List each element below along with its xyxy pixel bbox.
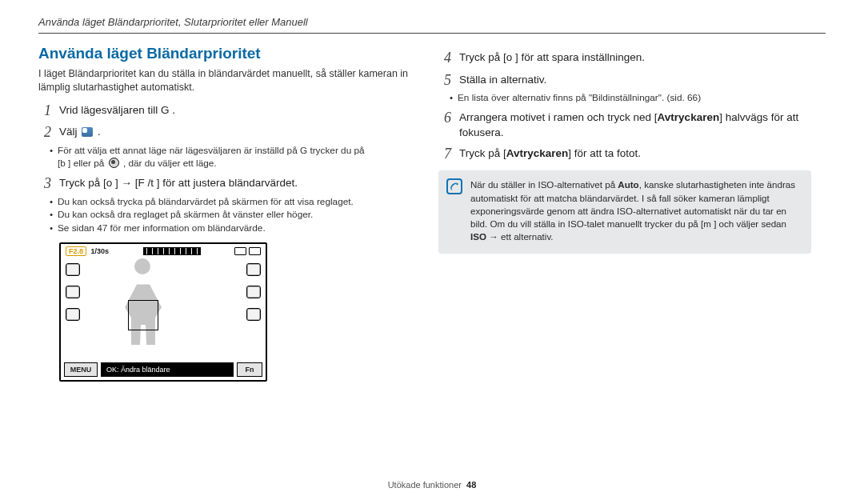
footer-label: Utökade funktioner <box>388 480 462 490</box>
bold-shutter: Avtryckaren <box>658 111 720 123</box>
running-header: Använda läget Bländarprioritet, Slutarpr… <box>38 16 826 34</box>
note-icon <box>446 178 462 194</box>
bold-shutter: Avtryckaren <box>506 147 569 159</box>
timer-icon <box>246 263 261 276</box>
camera-screenshot: F2.8 1/30s <box>59 242 267 382</box>
mode-small-icon <box>66 263 80 276</box>
macro-icon <box>246 286 261 298</box>
right-column: 4 Tryck på [o ] för att spara inställnin… <box>438 45 811 382</box>
sub-item: För att välja ett annat läge när lägesvä… <box>50 144 411 170</box>
t: Tryck på [ <box>459 147 506 159</box>
shutter-readout: 1/30s <box>91 247 110 255</box>
sub-item: Du kan också trycka på bländarvärdet på … <box>50 195 411 209</box>
sub-item: Se sidan 47 för mer information om bländ… <box>50 222 411 235</box>
battery-icon <box>249 247 261 255</box>
t: När du ställer in ISO-alternativet på <box>470 179 618 190</box>
t: ] för att ta fotot. <box>568 147 641 159</box>
step-text: Tryck på [o ] → [F /t ] för att justera … <box>59 175 411 193</box>
mode-icon <box>82 127 93 137</box>
note-text: När du ställer in ISO-alternativet på Au… <box>470 178 800 243</box>
step-number: 7 <box>438 146 451 163</box>
bold-auto: Auto <box>618 179 638 190</box>
step-4: 4 Tryck på [o ] för att spara inställnin… <box>438 50 811 67</box>
info-note: När du ställer in ISO-alternativet på Au… <box>438 170 811 253</box>
camera-small-icon <box>109 158 119 168</box>
step-number: 1 <box>38 102 51 120</box>
t: [b ] eller på <box>58 158 107 169</box>
fn-button[interactable]: Fn <box>237 362 262 377</box>
step-5-sublist: En lista över alternativ finns på "Bildi… <box>438 91 811 105</box>
exposure-meter-icon <box>143 247 201 255</box>
step2-suffix: . <box>98 126 101 138</box>
page-footer: Utökade funktioner 48 <box>0 480 864 490</box>
step-number: 5 <box>438 72 451 90</box>
aperture-readout: F2.8 <box>66 246 86 256</box>
step-2: 2 Välj . <box>38 124 411 142</box>
sd-card-icon <box>234 247 246 255</box>
flash-off-icon <box>66 286 80 298</box>
stabilizer-icon <box>246 308 261 321</box>
menu-button[interactable]: MENU <box>64 362 98 377</box>
intro-paragraph: I läget Bländarprioritet kan du ställa i… <box>38 67 411 94</box>
step-text: Vrid lägesväljaren till G . <box>59 102 411 120</box>
ok-strip: OK: Ändra bländare <box>101 362 234 377</box>
autofocus-frame <box>128 300 158 330</box>
step-number: 2 <box>38 124 51 142</box>
step-1: 1 Vrid lägesväljaren till G . <box>38 102 411 120</box>
sub-item: En lista över alternativ finns på "Bildi… <box>450 91 811 105</box>
page-number: 48 <box>466 480 476 490</box>
grid-off-icon <box>66 308 80 321</box>
t: Arrangera motivet i ramen och tryck ned … <box>459 111 658 123</box>
step-number: 6 <box>438 110 451 141</box>
step-5: 5 Ställa in alternativ. <box>438 72 811 90</box>
step-text: Välj . <box>59 124 411 142</box>
left-column: Använda läget Bländarprioritet I läget B… <box>38 45 411 382</box>
t: → ett alternativ. <box>486 231 554 242</box>
sub-item: Du kan också dra reglaget på skärmen åt … <box>50 208 411 222</box>
t: För att välja ett annat läge när lägesvä… <box>58 145 365 156</box>
bold-iso: ISO <box>470 231 486 242</box>
step-3-sublist: Du kan också trycka på bländarvärdet på … <box>38 195 411 235</box>
step-text: Arrangera motivet i ramen och tryck ned … <box>459 110 811 141</box>
step-text: Tryck på [o ] för att spara inställninge… <box>459 50 811 67</box>
svg-point-0 <box>456 183 458 185</box>
section-heading: Använda läget Bländarprioritet <box>38 45 411 62</box>
step2-prefix: Välj <box>59 126 80 138</box>
t: , där du väljer ett läge. <box>123 158 217 169</box>
step-text: Tryck på [Avtryckaren] för att ta fotot. <box>459 146 811 163</box>
step-text: Ställa in alternativ. <box>459 72 811 90</box>
step-3: 3 Tryck på [o ] → [F /t ] för att juster… <box>38 175 411 193</box>
step-6: 6 Arrangera motivet i ramen och tryck ne… <box>438 110 811 141</box>
step-7: 7 Tryck på [Avtryckaren] för att ta foto… <box>438 146 811 163</box>
step-number: 4 <box>438 50 451 67</box>
step-number: 3 <box>38 175 51 193</box>
step-2-sublist: För att välja ett annat läge när lägesvä… <box>38 144 411 170</box>
